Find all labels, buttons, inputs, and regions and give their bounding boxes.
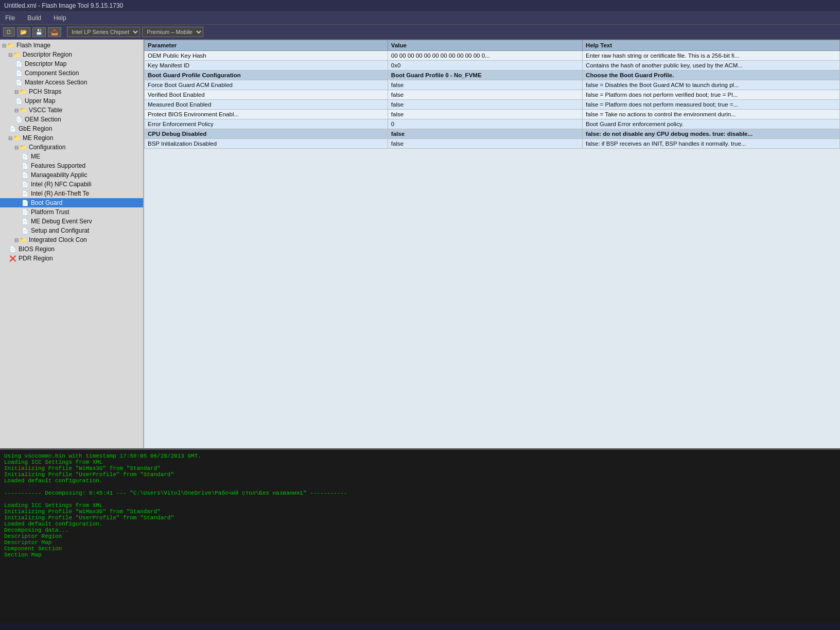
save-button[interactable]: 💾 (32, 27, 46, 37)
folder-icon: 📄 (15, 79, 23, 86)
tree-item-bios-region[interactable]: 📄BIOS Region (0, 244, 143, 254)
tree-item-features-supported[interactable]: 📄Features Supported (0, 161, 143, 170)
param-value[interactable]: false (388, 90, 582, 100)
tree-label: Configuration (29, 144, 65, 151)
param-help: Contains the hash of another public key,… (583, 61, 840, 71)
param-value[interactable]: false (388, 80, 582, 90)
folder-icon: 📄 (22, 153, 29, 160)
tree-item-me[interactable]: 📄ME (0, 152, 143, 161)
tree-item-me-region[interactable]: ⊟📁ME Region (0, 133, 143, 143)
tree-label: Intel (R) Anti-Theft Te (31, 190, 89, 197)
tree-item-vscc-table[interactable]: ⊟📁VSCC Table (0, 106, 143, 115)
tree-item-pch-straps[interactable]: ⊟📁PCH Straps (0, 87, 143, 96)
param-name[interactable]: Error Enforcement Policy (145, 119, 388, 129)
tree-label: VSCC Table (29, 107, 62, 114)
tree-item-oem-section[interactable]: 📄OEM Section (0, 115, 143, 124)
col-parameter: Parameter (145, 40, 388, 51)
folder-icon: 📁 (20, 107, 27, 114)
chipset-select[interactable]: Intel LP Series Chipset (67, 27, 140, 37)
tree-item-integrated-clock-con[interactable]: ⊟📁Integrated Clock Con (0, 235, 143, 244)
tree-label: GbE Region (19, 125, 52, 132)
tree-item-flash-image[interactable]: ⊟📁Flash Image (0, 41, 143, 50)
table-row: CPU Debug Disabledfalsefalse: do not dis… (145, 129, 840, 139)
new-button[interactable]: 🗋 (3, 27, 15, 37)
tree-label: Setup and Configurat (31, 227, 89, 234)
tree-item-configuration[interactable]: ⊟📁Configuration (0, 143, 143, 152)
tree-label: Boot Guard (31, 199, 62, 206)
tree-item-component-section[interactable]: 📄Component Section (0, 68, 143, 78)
tree-label: Intel (R) NFC Capabili (31, 181, 91, 188)
folder-icon: 📁 (20, 144, 27, 151)
tree-item-descriptor-map[interactable]: 📄Descriptor Map (0, 59, 143, 68)
expand-icon: ⊟ (14, 89, 19, 95)
toolbar: 🗋 📂 💾 📥 Intel LP Series Chipset Premium … (0, 25, 840, 40)
table-row: Boot Guard Profile ConfigurationBoot Gua… (145, 71, 840, 80)
expand-icon: ⊟ (8, 135, 12, 141)
tree-item-descriptor-region[interactable]: ⊟📁Descriptor Region (0, 50, 143, 59)
param-help: Boot Guard Error enforcement policy. (583, 119, 840, 129)
tree-label: OEM Section (25, 116, 61, 123)
tree-item-intel-nfc[interactable]: 📄Intel (R) NFC Capabili (0, 180, 143, 189)
folder-icon: 📄 (22, 190, 29, 197)
col-help: Help Text (583, 40, 840, 51)
folder-icon: 📁 (20, 237, 27, 243)
menu-build[interactable]: Build (25, 13, 43, 23)
tree-label: Descriptor Region (23, 51, 72, 58)
tree-item-manageability-applic[interactable]: 📄Manageability Applic (0, 170, 143, 180)
param-help: false = Take no actions to control the e… (583, 110, 840, 119)
folder-icon: ❌ (9, 255, 16, 262)
menu-help[interactable]: Help (51, 13, 68, 23)
param-help: false: if BSP receives an INIT, BSP hand… (583, 139, 840, 149)
param-name[interactable]: Boot Guard Profile Configuration (145, 71, 388, 80)
tree-label: Integrated Clock Con (29, 236, 87, 243)
folder-icon: 📄 (22, 163, 29, 169)
param-name[interactable]: CPU Debug Disabled (145, 129, 388, 139)
tree-label: Master Access Section (25, 79, 87, 86)
tree-item-platform-trust[interactable]: 📄Platform Trust (0, 207, 143, 217)
param-value[interactable]: false (388, 129, 582, 139)
tree-panel: ⊟📁Flash Image⊟📁Descriptor Region📄Descrip… (0, 40, 144, 448)
tree-item-upper-map[interactable]: 📄Upper Map (0, 96, 143, 106)
tree-item-me-debug-event-serv[interactable]: 📄ME Debug Event Serv (0, 217, 143, 226)
titlebar: Untitled.xml - Flash Image Tool 9.5.15.1… (0, 0, 840, 12)
param-value[interactable]: 0 (388, 119, 582, 129)
saveas-button[interactable]: 📥 (48, 27, 61, 37)
tree-item-boot-guard[interactable]: 📄Boot Guard (0, 198, 143, 207)
tree-item-intel-antitheft[interactable]: 📄Intel (R) Anti-Theft Te (0, 189, 143, 198)
param-name[interactable]: OEM Public Key Hash (145, 51, 388, 61)
open-button[interactable]: 📂 (17, 27, 30, 37)
param-name[interactable]: Key Manifest ID (145, 61, 388, 71)
param-name[interactable]: Verified Boot Enabled (145, 90, 388, 100)
tree-label: Upper Map (25, 97, 55, 104)
menu-file[interactable]: File (3, 13, 17, 23)
table-row: Verified Boot Enabledfalsefalse = Platfo… (145, 90, 840, 100)
param-value[interactable]: false (388, 100, 582, 110)
folder-icon: 📄 (15, 98, 23, 104)
folder-icon: 📄 (9, 126, 16, 132)
tree-item-pdr-region[interactable]: ❌PDR Region (0, 254, 143, 263)
folder-icon: 📄 (22, 218, 29, 225)
tree-label: Flash Image (16, 42, 50, 49)
params-table: Parameter Value Help Text OEM Public Key… (144, 40, 840, 149)
param-name[interactable]: BSP Initialization Disabled (145, 139, 388, 149)
param-value[interactable]: 00 00 00 00 00 00 00 00 00 00 00 0... (388, 51, 582, 61)
tree-label: Platform Trust (31, 208, 69, 216)
param-name[interactable]: Measured Boot Enabled (145, 100, 388, 110)
param-value[interactable]: Boot Guard Profile 0 - No_FVME (388, 71, 582, 80)
folder-icon: 📁 (7, 42, 14, 49)
tree-item-gbe-region[interactable]: 📄GbE Region (0, 124, 143, 133)
tree-label: Component Section (25, 69, 79, 77)
expand-icon: ⊟ (14, 237, 19, 243)
menubar: File Build Help (0, 12, 840, 25)
params-panel: Parameter Value Help Text OEM Public Key… (144, 40, 840, 448)
folder-icon: 📄 (22, 227, 29, 234)
folder-icon: 📄 (9, 246, 16, 253)
param-value[interactable]: false (388, 110, 582, 119)
param-name[interactable]: Force Boot Guard ACM Enabled (145, 80, 388, 90)
param-value[interactable]: false (388, 139, 582, 149)
profile-select[interactable]: Premium – Mobile (142, 27, 203, 37)
param-value[interactable]: 0x0 (388, 61, 582, 71)
tree-item-setup-and-configurat[interactable]: 📄Setup and Configurat (0, 226, 143, 235)
tree-item-master-access-section[interactable]: 📄Master Access Section (0, 78, 143, 87)
param-name[interactable]: Protect BIOS Environment Enabl... (145, 110, 388, 119)
